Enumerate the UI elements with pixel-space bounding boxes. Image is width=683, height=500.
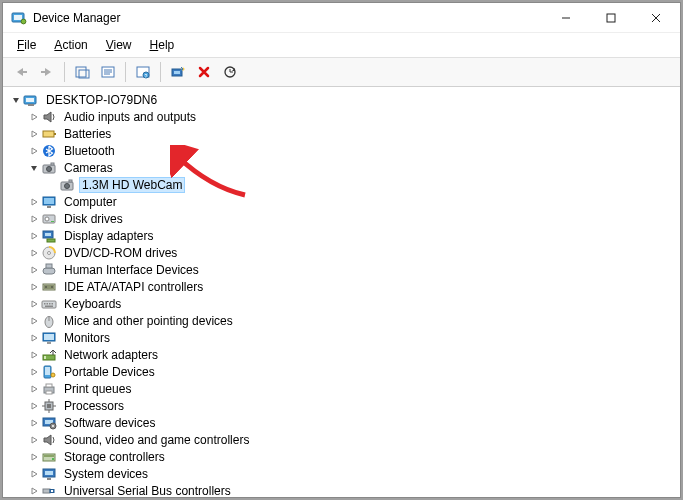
menu-help[interactable]: Help — [142, 35, 183, 55]
category-label: Portable Devices — [61, 365, 158, 379]
chevron-right-icon[interactable] — [27, 144, 41, 158]
app-icon — [11, 10, 27, 26]
category-sound[interactable]: Sound, video and game controllers — [5, 431, 678, 448]
window-title: Device Manager — [33, 11, 543, 25]
category-cameras[interactable]: Cameras — [5, 159, 678, 176]
chevron-right-icon[interactable] — [27, 382, 41, 396]
category-display[interactable]: Display adapters — [5, 227, 678, 244]
usb-icon — [41, 483, 57, 498]
chevron-right-icon[interactable] — [27, 314, 41, 328]
svg-point-29 — [47, 166, 52, 171]
category-software[interactable]: Software devices — [5, 414, 678, 431]
chevron-right-icon[interactable] — [27, 416, 41, 430]
camera-icon — [41, 160, 57, 176]
category-label: Storage controllers — [61, 450, 168, 464]
device-webcam[interactable]: 1.3M HD WebCam — [5, 176, 678, 193]
chevron-down-icon[interactable] — [9, 93, 23, 107]
svg-rect-26 — [54, 133, 56, 135]
toolbar-separator — [64, 62, 65, 82]
update-driver-button[interactable] — [218, 61, 242, 83]
chevron-right-icon[interactable] — [27, 297, 41, 311]
chevron-right-icon[interactable] — [27, 127, 41, 141]
menu-action[interactable]: Action — [46, 35, 95, 55]
chevron-right-icon[interactable] — [27, 484, 41, 498]
chevron-right-icon[interactable] — [27, 229, 41, 243]
category-dvd[interactable]: DVD/CD-ROM drives — [5, 244, 678, 261]
forward-button[interactable] — [35, 61, 59, 83]
category-label: Batteries — [61, 127, 114, 141]
chevron-right-icon[interactable] — [27, 365, 41, 379]
chevron-right-icon[interactable] — [27, 450, 41, 464]
svg-point-32 — [65, 183, 70, 188]
toolbar-separator — [160, 62, 161, 82]
category-bluetooth[interactable]: Bluetooth — [5, 142, 678, 159]
svg-text:?: ? — [145, 73, 148, 79]
minimize-button[interactable] — [543, 3, 588, 32]
category-processors[interactable]: Processors — [5, 397, 678, 414]
chevron-right-icon[interactable] — [27, 263, 41, 277]
chevron-right-icon[interactable] — [27, 433, 41, 447]
category-monitors[interactable]: Monitors — [5, 329, 678, 346]
close-button[interactable] — [633, 3, 678, 32]
menu-view[interactable]: View — [98, 35, 140, 55]
back-button[interactable] — [9, 61, 33, 83]
category-ide[interactable]: IDE ATA/ATAPI controllers — [5, 278, 678, 295]
svg-point-49 — [45, 286, 47, 288]
svg-rect-1 — [14, 15, 22, 20]
category-label: Processors — [61, 399, 127, 413]
category-print[interactable]: Print queues — [5, 380, 678, 397]
delete-button[interactable] — [192, 61, 216, 83]
category-batteries[interactable]: Batteries — [5, 125, 678, 142]
maximize-button[interactable] — [588, 3, 633, 32]
system-icon — [41, 466, 57, 482]
chevron-down-icon[interactable] — [27, 161, 41, 175]
category-root[interactable]: DESKTOP-IO79DN6 — [5, 91, 678, 108]
toolbar-separator — [125, 62, 126, 82]
menu-file[interactable]: File — [9, 35, 44, 55]
printer-icon — [41, 381, 57, 397]
chevron-right-icon[interactable] — [27, 348, 41, 362]
speaker-icon — [41, 432, 57, 448]
category-storage[interactable]: Storage controllers — [5, 448, 678, 465]
show-hidden-button[interactable] — [70, 61, 94, 83]
category-system[interactable]: System devices — [5, 465, 678, 482]
chevron-right-icon[interactable] — [27, 399, 41, 413]
properties-button[interactable] — [96, 61, 120, 83]
category-label: Software devices — [61, 416, 158, 430]
svg-rect-71 — [47, 404, 51, 408]
category-audio[interactable]: Audio inputs and outputs — [5, 108, 678, 125]
chevron-right-icon[interactable] — [27, 195, 41, 209]
help-button[interactable]: ? — [131, 61, 155, 83]
category-mice[interactable]: Mice and other pointing devices — [5, 312, 678, 329]
category-hid[interactable]: Human Interface Devices — [5, 261, 678, 278]
category-keyboards[interactable]: Keyboards — [5, 295, 678, 312]
category-portable[interactable]: Portable Devices — [5, 363, 678, 380]
svg-point-50 — [51, 286, 53, 288]
svg-rect-46 — [46, 264, 52, 268]
category-usb[interactable]: Universal Serial Bus controllers — [5, 482, 678, 497]
category-label: Computer — [61, 195, 120, 209]
category-label: DVD/CD-ROM drives — [61, 246, 180, 260]
speaker-icon — [41, 109, 57, 125]
device-tree[interactable]: DESKTOP-IO79DN6Audio inputs and outputsB… — [3, 87, 680, 497]
chevron-right-icon[interactable] — [27, 331, 41, 345]
title-bar: Device Manager — [3, 3, 680, 33]
category-label: Print queues — [61, 382, 134, 396]
storage-icon — [41, 449, 57, 465]
scan-button[interactable] — [166, 61, 190, 83]
chevron-right-icon[interactable] — [27, 212, 41, 226]
monitor-blue-icon — [41, 194, 57, 210]
category-label: DESKTOP-IO79DN6 — [43, 93, 160, 107]
chevron-right-icon[interactable] — [27, 110, 41, 124]
chevron-right-icon[interactable] — [27, 280, 41, 294]
chevron-right-icon[interactable] — [27, 246, 41, 260]
category-computer[interactable]: Computer — [5, 193, 678, 210]
software-icon — [41, 415, 57, 431]
category-network[interactable]: Network adapters — [5, 346, 678, 363]
category-label: Human Interface Devices — [61, 263, 202, 277]
menu-help-label: elp — [158, 38, 174, 52]
menu-bar: File Action View Help — [3, 33, 680, 58]
category-disk[interactable]: Disk drives — [5, 210, 678, 227]
chevron-right-icon[interactable] — [27, 467, 41, 481]
svg-rect-53 — [47, 303, 49, 305]
